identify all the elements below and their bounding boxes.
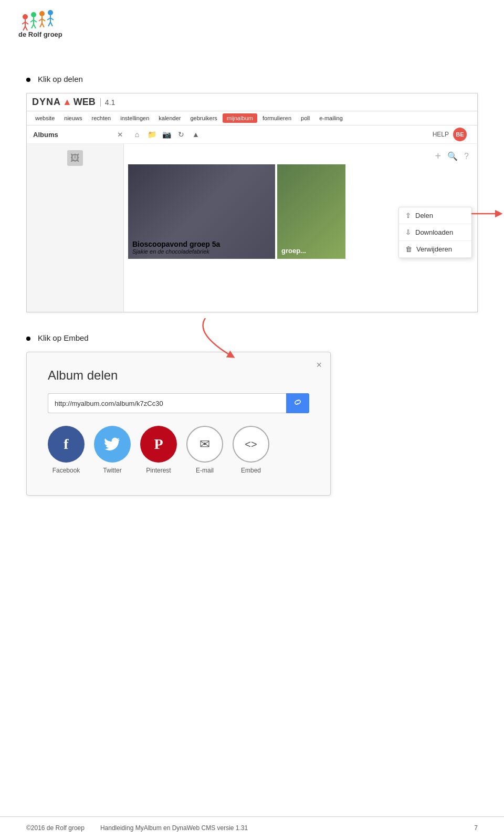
facebook-label: Facebook: [52, 467, 80, 474]
screenshot-dynaweb: DYNA ▲ WEB 4.1 website nieuws rechten in…: [26, 93, 478, 312]
content-area: 🖼 + 🔍 ? Bioscoopavond groep 5a Sjakie: [27, 144, 477, 312]
pinterest-circle: P: [140, 426, 177, 463]
svg-point-6: [31, 12, 36, 17]
refresh-icon[interactable]: ↻: [175, 129, 187, 140]
photo-caption-2: groep...: [281, 247, 306, 255]
nav-poll[interactable]: poll: [297, 113, 314, 123]
footer-description: Handleiding MyAlbum en DynaWeb CMS versi…: [100, 824, 248, 832]
svg-line-10: [32, 24, 34, 28]
dialog-url-copy-button[interactable]: [286, 393, 309, 413]
dyna-text: DYNA: [32, 97, 61, 108]
context-menu-verwijderen[interactable]: 🗑 Verwijderen: [399, 241, 471, 258]
svg-line-16: [40, 23, 42, 27]
nav-kalender[interactable]: kalender: [154, 113, 185, 123]
sidebar-expand-icon[interactable]: ⨯: [117, 131, 123, 139]
pinterest-label: Pinterest: [146, 467, 171, 474]
add-photo-icon[interactable]: +: [435, 150, 441, 162]
twitter-icon: [103, 435, 122, 454]
photo-thumb-2[interactable]: groep...: [277, 164, 345, 259]
context-verwijderen-label: Verwijderen: [416, 245, 452, 253]
svg-line-22: [48, 22, 50, 26]
embed-circle: <>: [233, 426, 269, 463]
search-icon[interactable]: 🔍: [447, 151, 458, 161]
bullet-dot-1: [26, 78, 30, 82]
be-badge: BE: [453, 128, 467, 141]
dialog-frame: × Album delen f: [26, 352, 331, 496]
svg-point-0: [23, 14, 28, 19]
context-menu: ⇧ Delen ⇩ Downloaden 🗑 Verwijderen: [398, 207, 472, 258]
context-downloaden-label: Downloaden: [415, 228, 453, 236]
svg-line-5: [25, 26, 27, 30]
context-menu-delen[interactable]: ⇧ Delen: [399, 207, 471, 224]
album-icon: 🖼: [67, 150, 83, 166]
toolbar-row: Albums ⨯ ⌂ 📁 📷 ↻ ▲ HELP BE: [27, 125, 477, 144]
cone-icon: ▲: [62, 97, 72, 108]
upload-icon[interactable]: ▲: [190, 129, 202, 140]
red-arrow-embed: [190, 318, 253, 360]
photo-subtitle-1: Sjakie en de chocoladefabriek: [132, 248, 271, 255]
share-twitter[interactable]: Twitter: [94, 426, 131, 474]
nav-instellingen[interactable]: instellingen: [116, 113, 153, 123]
main-content: Klik op delen DYNA ▲ WEB 4.1 website nie…: [0, 48, 504, 538]
dialog-url-row: [48, 393, 309, 413]
bullet-text-2: Klik op Embed: [38, 333, 89, 342]
email-icon: ✉: [200, 437, 210, 452]
dialog-screenshot-wrapper: × Album delen f: [26, 352, 478, 496]
trash-icon: 🗑: [405, 245, 412, 253]
photo-area-toolbar: + 🔍 ?: [128, 148, 473, 164]
nav-gebruikers[interactable]: gebruikers: [186, 113, 222, 123]
context-menu-downloaden[interactable]: ⇩ Downloaden: [399, 224, 471, 241]
context-delen-label: Delen: [415, 212, 433, 219]
download-icon: ⇩: [405, 228, 411, 236]
svg-text:de Rolf groep: de Rolf groep: [18, 30, 62, 38]
toolbar-icons-row: ⌂ 📁 📷 ↻ ▲: [126, 129, 430, 140]
image-icon[interactable]: 📷: [161, 129, 172, 140]
home-icon[interactable]: ⌂: [131, 129, 143, 140]
share-pinterest[interactable]: P Pinterest: [140, 426, 177, 474]
photo-caption-1: Bioscoopavond groep 5a Sjakie en de choc…: [132, 240, 271, 255]
nav-mijnalbum[interactable]: mijnalbum: [223, 113, 257, 123]
facebook-icon: f: [64, 436, 68, 453]
dialog-close-button[interactable]: ×: [316, 360, 322, 371]
share-facebook[interactable]: f Facebook: [48, 426, 85, 474]
bullet-text-1: Klik op delen: [38, 75, 83, 83]
sidebar-albums-label: Albums: [33, 131, 58, 139]
twitter-label: Twitter: [103, 467, 121, 474]
help-icon[interactable]: ?: [464, 152, 469, 161]
photo-title-1: Bioscoopavond groep 5a: [132, 240, 271, 248]
nav-rechten[interactable]: rechten: [88, 113, 116, 123]
dialog-title: Album delen: [48, 368, 309, 383]
pinterest-icon: P: [154, 436, 163, 453]
nav-website[interactable]: website: [31, 113, 59, 123]
folder-icon[interactable]: 📁: [146, 129, 158, 140]
dialog-url-input[interactable]: [48, 393, 286, 413]
nav-emailing[interactable]: e-mailing: [315, 113, 347, 123]
red-arrow-1: [471, 208, 503, 219]
svg-line-4: [23, 26, 25, 30]
help-text[interactable]: HELP: [433, 131, 449, 138]
svg-line-17: [42, 23, 44, 27]
link-icon: [293, 398, 302, 406]
share-email[interactable]: ✉ E-mail: [186, 426, 223, 474]
photo-grid-area: + 🔍 ? Bioscoopavond groep 5a Sjakie en d…: [124, 144, 477, 312]
embed-label: Embed: [241, 467, 261, 474]
nav-formulieren[interactable]: formulieren: [258, 113, 296, 123]
share-embed[interactable]: <> Embed: [233, 426, 269, 474]
facebook-circle: f: [48, 426, 85, 463]
nav-menu: website nieuws rechten instellingen kale…: [27, 111, 477, 125]
footer: ©2016 de Rolf groep Handleiding MyAlbum …: [0, 816, 504, 839]
logo-area: de Rolf groep: [0, 0, 504, 48]
share-icon: ⇧: [405, 212, 411, 219]
dynaweb-topbar: DYNA ▲ WEB 4.1: [27, 93, 477, 111]
nav-nieuws[interactable]: nieuws: [60, 113, 86, 123]
sidebar-header-icons: ⨯: [117, 131, 123, 139]
logo-image: de Rolf groep: [16, 9, 100, 41]
web-text: WEB: [74, 97, 96, 108]
svg-line-11: [34, 24, 36, 28]
bullet-dot-2: [26, 337, 30, 341]
email-circle: ✉: [186, 426, 223, 463]
footer-copyright: ©2016 de Rolf groep: [26, 824, 85, 832]
sidebar-albums-header: Albums ⨯: [32, 129, 124, 141]
email-label: E-mail: [196, 467, 214, 474]
photo-thumb-1[interactable]: Bioscoopavond groep 5a Sjakie en de choc…: [128, 164, 275, 259]
